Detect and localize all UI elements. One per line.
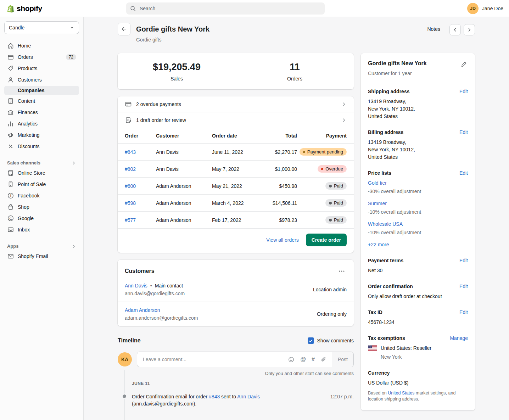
order-link[interactable]: #598: [125, 200, 156, 206]
google-icon: G: [7, 215, 14, 222]
customer-link[interactable]: Ann Davis: [125, 283, 147, 289]
order-row[interactable]: #843 Ann Davis June 11, 2022 $2,270.17 P…: [118, 144, 354, 161]
attachment-icon[interactable]: [320, 356, 327, 363]
timeline-section: Timeline Show comments KA: [118, 333, 354, 407]
payment-status-badge: Payment pending: [300, 148, 347, 156]
address-line: New York, NY 10012,: [368, 146, 468, 153]
comments-visibility-note: Only you and other staff can see comment…: [118, 371, 354, 376]
checkbox-checked-icon[interactable]: [308, 337, 314, 344]
apps-header: Apps: [7, 243, 19, 249]
tax-exemption-region: New York: [381, 353, 431, 361]
online-store-icon: [7, 169, 14, 177]
sidebar-item-home[interactable]: Home: [4, 40, 79, 51]
sidebar-item-content[interactable]: Content: [4, 96, 79, 106]
shopify-logo[interactable]: shopify: [6, 4, 42, 13]
sidebar-item-inbox[interactable]: Inbox: [4, 224, 79, 235]
comment-input[interactable]: [142, 356, 283, 363]
section-title: Tax exemptions: [368, 335, 405, 341]
order-row[interactable]: #577 Adam Anderson Feb 17, 2022 $978.23 …: [118, 212, 354, 229]
sidebar-section-sales-channels[interactable]: Sales channels: [4, 158, 79, 168]
customers-icon: [7, 76, 14, 83]
market-settings-link[interactable]: United States: [388, 391, 414, 396]
chevron-right-icon: [466, 27, 472, 33]
hashtag-icon[interactable]: #: [312, 357, 315, 362]
sidebar-item-finances[interactable]: Finances: [4, 107, 79, 118]
manage-tax-exemptions-link[interactable]: Manage: [450, 335, 468, 341]
inbox-icon: [7, 226, 14, 233]
edit-payment-terms-link[interactable]: Edit: [459, 258, 468, 263]
show-comments-toggle[interactable]: Show comments: [308, 337, 354, 344]
user-name: Jane Doe: [482, 6, 503, 11]
order-link[interactable]: #843: [125, 149, 156, 155]
draft-order-alert[interactable]: 1 draft order for review: [118, 112, 354, 128]
price-list-link[interactable]: Gold tier: [368, 180, 387, 186]
orders-label: Orders: [236, 76, 354, 82]
currency-note: Based on United States market settings, …: [368, 390, 468, 402]
sidebar-item-shop[interactable]: Shop: [4, 202, 79, 212]
notes-button[interactable]: Notes: [424, 23, 444, 35]
user-menu[interactable]: JD Jane Doe: [467, 3, 503, 14]
customers-card-menu-button[interactable]: [337, 266, 347, 276]
payment-status-badge: Paid: [325, 199, 347, 207]
sidebar-item-analytics[interactable]: Analytics: [4, 118, 79, 129]
sales-stat: $19,205.49 Sales: [118, 62, 236, 82]
tax-id-value: 45678-1234: [368, 319, 468, 326]
edit-price-lists-link[interactable]: Edit: [459, 170, 468, 176]
sidebar-item-shopify-email[interactable]: Shopify Email: [4, 251, 79, 262]
orders-count-badge: 72: [66, 54, 76, 60]
sidebar-item-orders[interactable]: Orders 72: [4, 52, 79, 62]
customer-role: Location admin: [313, 287, 347, 292]
more-price-lists-link[interactable]: +22 more: [368, 242, 389, 247]
comment-box[interactable]: @ # Post: [137, 352, 354, 367]
sidebar-item-point-of-sale[interactable]: Point of Sale: [4, 179, 79, 190]
sidebar-item-products[interactable]: Products: [4, 63, 79, 74]
order-link[interactable]: #577: [125, 217, 156, 223]
order-link[interactable]: #802: [125, 166, 156, 172]
order-link[interactable]: #843: [209, 394, 220, 399]
order-row[interactable]: #598 Adam Anderson March 4, 2022 $14,506…: [118, 195, 354, 212]
customer-row: Ann Davis • Main contact ann.davis@gordi…: [118, 278, 354, 302]
sidebar-section-apps[interactable]: Apps: [4, 241, 79, 251]
next-button[interactable]: [464, 24, 475, 35]
price-list-link[interactable]: Summer: [368, 201, 387, 206]
overdue-payments-alert[interactable]: 2 overdue payments: [118, 96, 354, 112]
topbar-center: [84, 2, 467, 15]
edit-shipping-link[interactable]: Edit: [459, 89, 468, 94]
sidebar-item-facebook[interactable]: f Facebook: [4, 190, 79, 201]
chevron-right-icon: [341, 101, 347, 107]
search-input[interactable]: [139, 5, 321, 12]
customer-link[interactable]: Adam Anderson: [125, 307, 160, 313]
show-comments-label: Show comments: [317, 338, 354, 343]
sidebar-item-google[interactable]: G Google: [4, 213, 79, 224]
mention-icon[interactable]: @: [300, 357, 306, 362]
staff-avatar: KA: [118, 352, 132, 366]
edit-billing-link[interactable]: Edit: [459, 129, 468, 135]
store-selector[interactable]: Candle: [4, 21, 79, 34]
sidebar-item-companies[interactable]: Companies: [4, 86, 79, 95]
sidebar-item-discounts[interactable]: Discounts: [4, 141, 79, 152]
emoji-icon[interactable]: [288, 356, 295, 363]
global-search[interactable]: [126, 2, 325, 15]
edit-tax-id-link[interactable]: Edit: [459, 309, 468, 315]
order-row[interactable]: #600 Adam Anderson May 21, 2022 $450.98 …: [118, 178, 354, 195]
post-button[interactable]: Post: [332, 352, 353, 367]
sidebar-item-customers[interactable]: Customers: [4, 74, 79, 85]
view-all-orders-link[interactable]: View all orders: [266, 237, 299, 243]
edit-company-button[interactable]: [460, 60, 468, 68]
customer-link[interactable]: Ann Davis: [237, 394, 260, 399]
previous-button[interactable]: [449, 24, 461, 35]
user-avatar[interactable]: JD: [467, 3, 479, 14]
customers-card-title: Customers: [125, 268, 155, 274]
price-list-link[interactable]: Wholesale USA: [368, 221, 403, 227]
price-lists-section: Price lists Edit Gold tier -30% overall …: [361, 166, 475, 253]
back-button[interactable]: [118, 23, 130, 35]
edit-order-confirmation-link[interactable]: Edit: [459, 284, 468, 289]
sidebar-item-online-store[interactable]: Online Store: [4, 168, 79, 178]
timeline-event-time: 12:07 p.m.: [330, 393, 354, 407]
create-order-button[interactable]: Create order: [306, 234, 347, 246]
facebook-icon: f: [7, 192, 14, 199]
order-link[interactable]: #600: [125, 183, 156, 189]
sidebar-item-marketing[interactable]: Marketing: [4, 130, 79, 140]
orders-icon: [7, 54, 14, 61]
order-row[interactable]: #802 Ann Davis May 7, 2022 $1,000.00 Ove…: [118, 161, 354, 178]
